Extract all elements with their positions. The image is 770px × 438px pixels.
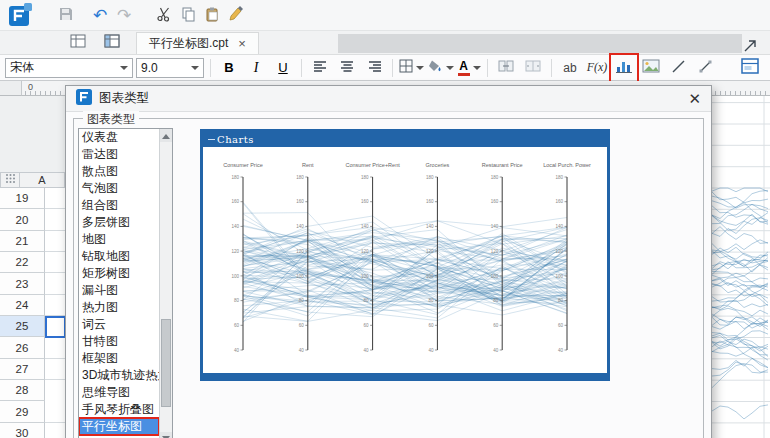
- chart-type-option-5[interactable]: 组合图: [79, 197, 159, 214]
- paste-button[interactable]: [200, 3, 224, 27]
- canvas-chart-lines: [712, 96, 770, 438]
- merge-cells-icon: [498, 60, 514, 75]
- align-right-icon: [367, 60, 382, 76]
- underline-icon: U: [278, 60, 287, 75]
- chart-type-option-10[interactable]: 漏斗图: [79, 282, 159, 299]
- chart-type-option-6[interactable]: 多层饼图: [79, 214, 159, 231]
- merge-cells-button[interactable]: [494, 56, 518, 80]
- chart-type-option-2[interactable]: 雷达图: [79, 146, 159, 163]
- insert-chart-button[interactable]: [612, 56, 636, 80]
- dialog-title: 图表类型: [99, 90, 149, 107]
- chart-type-option-13[interactable]: 甘特图: [79, 333, 159, 350]
- undo-button[interactable]: ↶: [88, 3, 112, 27]
- row-header-29[interactable]: 29: [0, 401, 45, 422]
- svg-text:140: 140: [555, 224, 563, 229]
- chart-type-option-14[interactable]: 框架图: [79, 350, 159, 367]
- save-button[interactable]: [54, 3, 78, 27]
- svg-text:80: 80: [364, 298, 370, 303]
- chart-type-option-1[interactable]: 仪表盘: [79, 129, 159, 146]
- scrollbar-up-icon[interactable]: [160, 129, 172, 142]
- svg-text:80: 80: [558, 298, 564, 303]
- select-all-corner[interactable]: [0, 172, 20, 188]
- row-header-20[interactable]: 20: [0, 209, 45, 230]
- insert-image-button[interactable]: [639, 56, 663, 80]
- chart-type-option-8[interactable]: 钻取地图: [79, 248, 159, 265]
- tab-active-document[interactable]: 平行坐标图.cpt ×: [136, 32, 259, 54]
- list-scrollbar[interactable]: [159, 129, 172, 438]
- cut-button[interactable]: [152, 3, 176, 27]
- svg-text:40: 40: [558, 348, 564, 353]
- align-center-button[interactable]: [335, 56, 359, 80]
- underline-button[interactable]: U: [271, 56, 295, 80]
- fill-color-button[interactable]: [427, 56, 454, 80]
- chart-type-option-3[interactable]: 散点图: [79, 163, 159, 180]
- row-header-panel: 192021222324252627282930: [0, 188, 45, 438]
- form-view-button[interactable]: [66, 31, 90, 55]
- chart-type-option-7[interactable]: 地图: [79, 231, 159, 248]
- chart-type-option-16[interactable]: 思维导图: [79, 384, 159, 401]
- fx-icon: F(x): [587, 60, 608, 75]
- row-header-28[interactable]: 28: [0, 380, 45, 401]
- insert-slant-line-button[interactable]: [693, 56, 717, 80]
- text-widget-button[interactable]: ab: [558, 56, 582, 80]
- bold-button[interactable]: B: [217, 56, 241, 80]
- chart-type-option-9[interactable]: 矩形树图: [79, 265, 159, 282]
- column-a-cells[interactable]: [45, 188, 65, 438]
- tab-close-icon[interactable]: ×: [238, 37, 246, 50]
- row-header-22[interactable]: 22: [0, 252, 45, 273]
- borders-button[interactable]: [399, 56, 424, 80]
- chart-type-dialog: 图表类型 ✕ 图表类型 仪表盘雷达图散点图气泡图组合图多层饼图地图钻取地图矩形树…: [65, 85, 712, 438]
- svg-text:40: 40: [364, 348, 370, 353]
- row-header-27[interactable]: 27: [0, 359, 45, 380]
- svg-text:120: 120: [296, 249, 304, 254]
- font-color-button[interactable]: A: [457, 56, 481, 80]
- scrollbar-down-icon[interactable]: [160, 432, 172, 438]
- svg-text:180: 180: [491, 175, 499, 180]
- chart-type-option-12[interactable]: 词云: [79, 316, 159, 333]
- report-canvas-edge[interactable]: [712, 96, 770, 438]
- row-header-24[interactable]: 24: [0, 295, 45, 316]
- svg-text:140: 140: [426, 224, 434, 229]
- italic-button[interactable]: I: [244, 56, 268, 80]
- column-header-a[interactable]: A: [20, 172, 65, 188]
- font-family-select[interactable]: 宋体: [5, 58, 133, 78]
- app-logo-icon[interactable]: [8, 3, 32, 27]
- chart-type-option-17[interactable]: 手风琴折叠图: [79, 401, 159, 418]
- align-right-button[interactable]: [362, 56, 386, 80]
- report-view-button[interactable]: [100, 31, 124, 55]
- scrollbar-thumb[interactable]: [161, 319, 171, 407]
- italic-icon: I: [254, 60, 259, 76]
- format-painter-button[interactable]: [224, 3, 248, 27]
- row-header-30[interactable]: 30: [0, 423, 45, 438]
- unmerge-cells-button[interactable]: [521, 56, 545, 80]
- chart-type-list[interactable]: 仪表盘雷达图散点图气泡图组合图多层饼图地图钻取地图矩形树图漏斗图热力图词云甘特图…: [78, 128, 173, 438]
- widget-pane-button[interactable]: [738, 56, 762, 80]
- chart-type-option-15[interactable]: 3D城市轨迹热力图: [79, 367, 159, 384]
- formula-button[interactable]: F(x): [585, 56, 609, 80]
- svg-text:180: 180: [231, 175, 239, 180]
- copy-button[interactable]: [176, 3, 200, 27]
- chart-type-option-18[interactable]: 平行坐标图: [79, 418, 159, 435]
- redo-icon: ↷: [117, 7, 131, 24]
- row-header-23[interactable]: 23: [0, 273, 45, 294]
- selected-cell-outline: [45, 316, 66, 338]
- chart-type-option-11[interactable]: 热力图: [79, 299, 159, 316]
- row-header-25[interactable]: 25: [0, 316, 45, 337]
- chart-type-option-4[interactable]: 气泡图: [79, 180, 159, 197]
- ruler-corner: [0, 81, 22, 96]
- align-left-button[interactable]: [308, 56, 332, 80]
- redo-button[interactable]: ↷: [112, 3, 136, 27]
- clipboard-icon: [204, 6, 220, 25]
- row-header-19[interactable]: 19: [0, 188, 45, 209]
- dialog-titlebar[interactable]: 图表类型 ✕: [66, 86, 711, 112]
- dialog-close-icon[interactable]: ✕: [688, 91, 701, 106]
- svg-text:Consumer Price+Rent: Consumer Price+Rent: [345, 162, 400, 168]
- font-size-select[interactable]: 9.0: [136, 58, 204, 78]
- svg-text:140: 140: [296, 224, 304, 229]
- preview-header-tick: [208, 139, 215, 140]
- svg-text:Groceries: Groceries: [425, 162, 449, 168]
- app-window: ↶ ↷: [0, 0, 770, 438]
- insert-line-button[interactable]: [666, 56, 690, 80]
- row-header-21[interactable]: 21: [0, 231, 45, 252]
- row-header-26[interactable]: 26: [0, 337, 45, 358]
